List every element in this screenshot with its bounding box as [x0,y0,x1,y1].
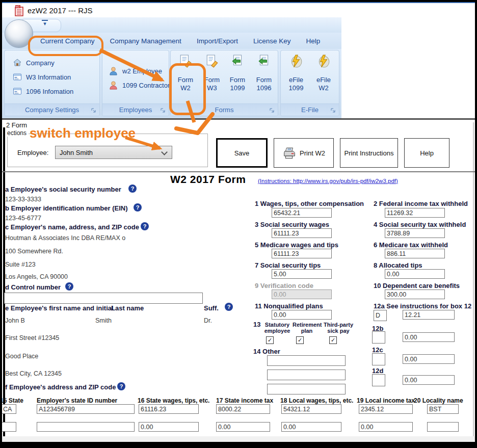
box-12a-amount-input[interactable] [403,310,455,320]
box-16-input-row2[interactable] [139,422,199,432]
box-7-input[interactable] [272,269,332,279]
statutory-employee-checkbox[interactable]: ✓ [266,336,274,344]
efile-1099-button[interactable]: eFile 1099 [283,52,309,103]
dialog-launcher-icon[interactable] [91,108,97,114]
box-2-input[interactable] [385,208,445,218]
printer-icon [282,146,297,160]
state-id-input-row1[interactable] [37,404,135,414]
box-f-label: f Employee's address and ZIP code [5,383,116,391]
box-a-value: 123-33-3333 [5,196,41,203]
box-12a-label: 12a See instructions for box 12 [374,302,471,310]
form-list-icon [13,87,22,96]
box-7-label: 7 Social security tips [255,261,321,269]
employee-label: Employee: [17,149,48,156]
box-12c-amount-input[interactable] [403,354,455,364]
group-company-settings: Company W3 Information [4,50,100,116]
box-4-input[interactable] [385,228,445,238]
tab-import-export[interactable]: Import/Export [190,35,245,47]
third-party-sick-pay-checkbox[interactable]: ✓ [329,336,337,344]
tab-current-company[interactable]: Current Company [34,35,101,47]
print-w2-button[interactable]: Print W2 [274,138,334,168]
help-icon[interactable]: ? [128,185,137,193]
box-20-input-row1[interactable] [427,404,459,414]
group-footer-company-settings: Company Settings [5,103,99,116]
ribbon-bottom-divider [0,118,477,120]
application-menu-button[interactable] [5,19,33,48]
box-17-input-row1[interactable] [216,404,270,414]
box-a-label: a Employee's social security number [5,186,121,193]
help-button[interactable]: Help [404,138,449,168]
help-icon[interactable]: ? [65,282,73,291]
box-18-input-row2[interactable] [281,422,341,432]
box-8-label: 8 Allocated tips [374,261,422,269]
box-14-input-1[interactable] [267,355,346,366]
tab-company-management[interactable]: Company Management [103,35,188,47]
form-w3-button[interactable]: Form W3 [199,52,225,103]
w2-form-window-label: 2 Form [6,121,27,129]
dialog-launcher-icon[interactable] [269,108,275,114]
ribbon: ▾ Current Company Company Management Imp… [2,17,341,118]
box-19-input-row1[interactable] [359,404,413,414]
box-10-label: 10 Dependent care benefits [374,282,460,289]
save-button[interactable]: Save [216,138,268,168]
ribbon-item-label: W3 Information [26,73,71,81]
box-b-label: b Employer identification number (EIN) [5,204,128,212]
box-10-input[interactable] [385,289,445,299]
box-16-input-row1[interactable] [139,404,199,414]
print-instructions-button[interactable]: Print Instructions [340,138,398,168]
dialog-launcher-icon[interactable] [330,108,336,114]
box-17-input-row2[interactable] [216,422,270,432]
box-12a-code-input[interactable] [374,310,387,321]
tab-license-key[interactable]: License Key [247,35,298,47]
efile-w2-button[interactable]: eFile W2 [310,52,337,103]
ribbon-item-w2-employee[interactable]: w2 Employee [109,65,162,77]
ribbon-item-1099-contractor[interactable]: 1099 Contractor [109,79,170,91]
quick-access-dropdown-icon[interactable]: ▾ [42,20,48,26]
help-icon[interactable]: ? [225,303,233,311]
box-d-label: d Control number [5,283,61,291]
group-footer-employees: Employees [102,103,169,116]
box-12c-code-input[interactable] [372,353,385,365]
box-12b-code-input[interactable] [372,331,385,344]
box-18-input-row1[interactable] [281,404,341,414]
box-8-input[interactable] [385,269,445,279]
state-input-row2[interactable] [1,422,16,432]
box-3-input[interactable] [272,228,332,238]
box-11-input[interactable] [272,310,332,320]
employee-last-name: Smith [95,317,112,324]
tab-help[interactable]: Help [299,35,327,47]
box-20-input-row2[interactable] [427,422,459,432]
form-1096-button[interactable]: Form 1096 [251,52,277,103]
box-14-input-2[interactable] [267,370,346,380]
box-12d-amount-input[interactable] [403,375,455,385]
annotation-switch-employee-text: switch employee [30,125,136,141]
ribbon-item-w3-information[interactable]: W3 Information [13,71,71,83]
control-number-input[interactable] [4,293,203,304]
person-red-icon [109,81,118,90]
state-id-input-row2[interactable] [37,422,135,432]
box-1-input[interactable] [272,208,332,218]
button-label: Form [256,76,272,84]
employee-suffix: Dr. [204,317,212,324]
box-12d-code-input[interactable] [372,374,385,386]
form-1099-button[interactable]: Form 1099 [225,52,250,103]
box-12b-amount-input[interactable] [403,332,455,342]
box-5-input[interactable] [272,249,332,258]
box-19-input-row2[interactable] [359,422,413,432]
help-icon[interactable]: ? [141,222,149,230]
efile-lightning-icon [289,55,303,68]
ribbon-item-company[interactable]: Company [13,57,55,69]
employee-dropdown[interactable]: John Smith [55,146,172,159]
help-icon[interactable]: ? [117,382,125,390]
button-label: W2 [180,84,191,92]
ribbon-item-1096-information[interactable]: 1096 Infomation [13,85,73,97]
form-w2-button[interactable]: Form W2 [173,52,198,103]
box-14-input-3[interactable] [267,384,346,394]
state-input-row1[interactable] [1,404,16,414]
help-icon[interactable]: ? [134,203,142,212]
box-6-input[interactable] [385,249,445,258]
instructions-link[interactable]: (Instructions: http://www.irs.gov/pub/ir… [258,178,398,184]
retirement-plan-checkbox[interactable]: ✓ [296,336,304,344]
bottom-strip [0,436,477,442]
dialog-launcher-icon[interactable] [160,108,166,114]
